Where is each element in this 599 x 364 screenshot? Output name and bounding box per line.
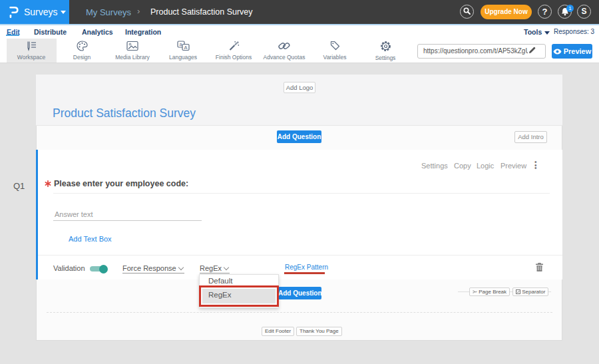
svg-text:A: A [184,45,187,51]
svg-text:a: a [179,42,182,47]
